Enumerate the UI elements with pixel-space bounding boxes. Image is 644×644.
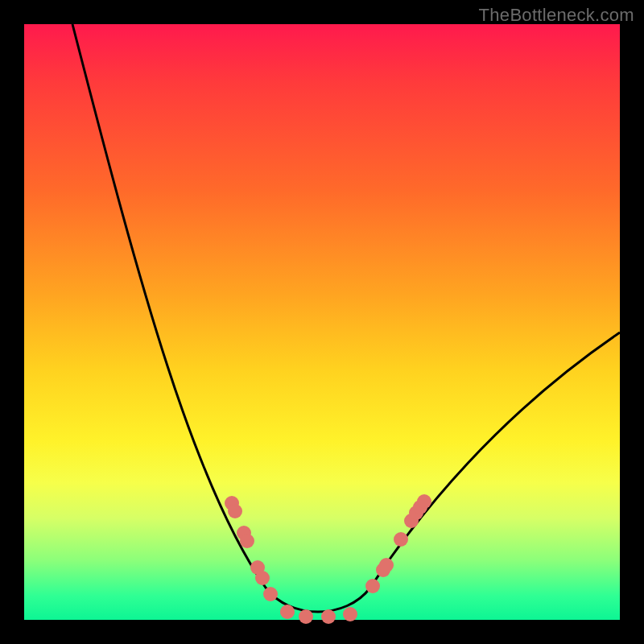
bottleneck-curve-path (72, 24, 620, 612)
data-point-marker (417, 494, 431, 509)
data-point-marker (365, 579, 380, 593)
chart-area (24, 24, 620, 620)
left-marker-cluster (225, 496, 295, 619)
data-point-marker (280, 605, 295, 619)
data-point-marker (394, 532, 408, 547)
watermark-text: TheBottleneck.com (479, 5, 634, 26)
data-point-marker (240, 534, 254, 548)
data-point-marker (228, 504, 242, 518)
bottom-marker-cluster (299, 607, 357, 624)
data-point-marker (343, 607, 357, 621)
data-point-marker (263, 587, 278, 601)
bottleneck-plot (24, 24, 620, 620)
data-point-marker (299, 609, 313, 624)
data-point-marker (321, 609, 336, 624)
data-point-marker (255, 571, 270, 585)
data-point-marker (379, 558, 394, 572)
